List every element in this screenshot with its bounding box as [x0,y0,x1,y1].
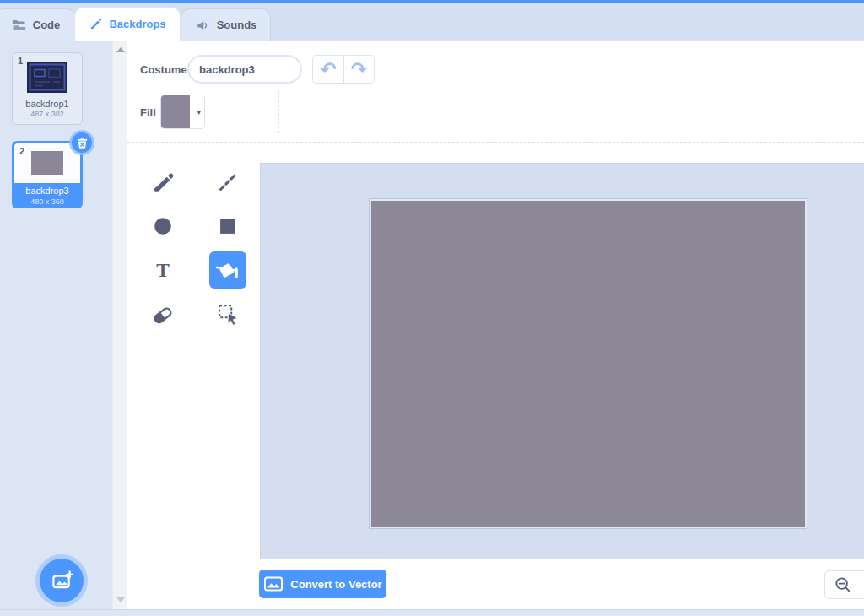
backdrop1-thumbnail [27,62,68,93]
paintbrush-icon [89,17,103,31]
select-marquee-icon [215,301,240,327]
paint-editor: Costume ↶ ↷ Fill ▾ [127,41,864,609]
zoom-out-icon [833,575,853,595]
brush-icon [150,170,176,195]
tab-backdrops-label: Backdrops [109,18,165,30]
delete-backdrop-button[interactable] [72,132,92,153]
tab-sounds-label: Sounds [217,19,257,31]
backdrop-list-item-1[interactable]: 1 backdrop1 487 x 382 [12,52,83,125]
undo-button[interactable]: ↶ [312,55,343,84]
backdrop-list-scrollbar[interactable] [112,41,127,609]
toolbar-divider [278,91,279,133]
backdrop-item-number: 1 [18,56,23,66]
zoom-out-button[interactable] [824,570,861,599]
line-tool-button[interactable] [209,164,246,201]
zoom-controls [824,570,864,599]
add-backdrop-icon [51,570,73,592]
text-icon: T [150,257,176,283]
fill-tool-button[interactable] [209,251,246,289]
trash-icon [77,137,88,149]
redo-icon: ↷ [351,60,367,79]
fill-label: Fill [140,106,156,119]
speaker-icon [195,18,211,33]
undo-redo-group: ↶ ↷ [312,55,375,84]
circle-icon [150,213,176,239]
tab-bar: Code Backdrops Sounds [0,3,864,41]
fill-color-swatch [161,95,190,128]
add-backdrop-button[interactable] [40,559,84,602]
backdrop-item-dimensions: 480 x 360 [12,197,83,206]
fill-color-picker[interactable]: ▾ [160,95,205,129]
convert-to-vector-button[interactable]: Convert to Vector [259,570,386,598]
header-divider [127,142,864,143]
eraser-icon [150,301,176,327]
paint-bucket-icon [215,257,240,283]
bottom-panel-edge [0,609,864,616]
scroll-up-arrow[interactable] [116,47,125,52]
svg-text:T: T [156,259,170,281]
tab-code-label: Code [33,19,61,31]
image-icon [263,575,284,592]
backdrop-drawing-area[interactable] [370,199,807,528]
select-tool-button[interactable] [209,295,246,332]
backdrop-list-item-2-selected[interactable]: 2 backdrop3 480 x 360 [12,141,83,208]
backdrop-item-number: 2 [19,146,24,156]
costume-label: Costume [140,63,187,76]
backdrop-item-name: backdrop1 [13,99,82,109]
line-icon [215,170,240,195]
backdrop-item-name: backdrop3 [12,186,83,196]
backdrop-item-thumbnail-frame: 2 [14,143,80,183]
rectangle-icon [215,213,240,239]
undo-icon: ↶ [320,60,336,79]
convert-to-vector-label: Convert to Vector [290,578,381,591]
costume-name-input[interactable] [187,55,302,84]
circle-tool-button[interactable] [144,208,181,245]
backdrop-selector-panel: 1 backdrop1 487 x 382 2 backdrop3 480 x … [0,41,112,609]
tab-backdrops[interactable]: Backdrops [74,7,181,41]
brush-tool-button[interactable] [144,164,181,201]
scroll-down-arrow[interactable] [116,597,125,602]
redo-button[interactable]: ↷ [343,55,375,84]
text-tool-button[interactable]: T [144,251,181,289]
code-blocks-icon [11,18,27,32]
backdrop3-thumbnail [31,151,63,175]
tab-sounds[interactable]: Sounds [181,8,271,41]
backdrop-item-dimensions: 487 x 382 [13,110,82,118]
tab-code[interactable]: Code [0,8,76,41]
paint-canvas[interactable] [260,163,864,559]
rectangle-tool-button[interactable] [209,208,246,245]
chevron-down-icon: ▾ [197,108,201,116]
eraser-tool-button[interactable] [144,295,181,332]
